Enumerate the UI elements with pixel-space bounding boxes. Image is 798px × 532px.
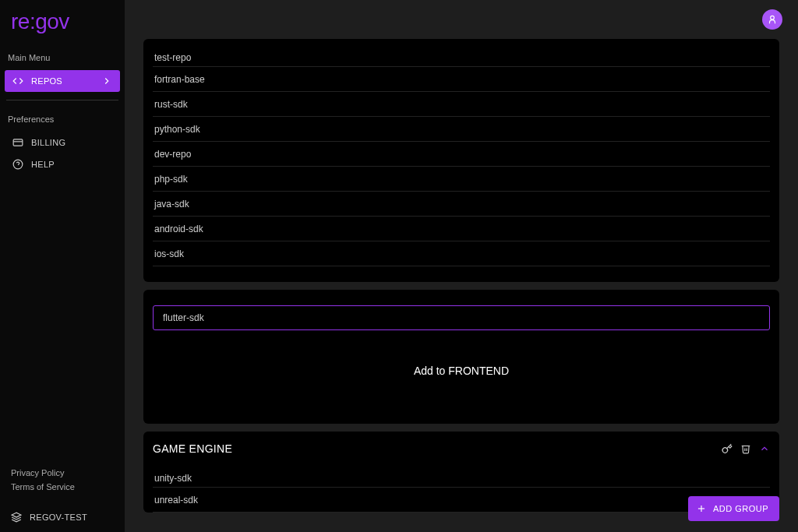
avatar[interactable] [762, 9, 782, 30]
preferences-label: Preferences [0, 104, 125, 132]
content: test-repofortran-baserust-sdkpython-sdkd… [125, 39, 798, 532]
group-title: GAME ENGINE [153, 442, 232, 455]
repo-row[interactable]: unity-sdk [153, 463, 770, 488]
svg-marker-4 [12, 513, 21, 517]
sidebar-item-help[interactable]: HELP [5, 153, 120, 175]
terms-link[interactable]: Terms of Service [11, 482, 114, 491]
layers-icon [11, 512, 22, 523]
repo-row[interactable]: test-repo [153, 42, 770, 67]
code-icon [12, 76, 23, 86]
svg-point-5 [771, 16, 775, 19]
sidebar-item-label: BILLING [31, 138, 65, 147]
help-icon [12, 159, 23, 170]
key-icon[interactable] [722, 443, 733, 454]
trash-icon[interactable] [740, 443, 751, 454]
group-actions [722, 443, 770, 454]
topbar [125, 0, 798, 39]
user-icon [767, 14, 778, 25]
plus-icon [696, 503, 707, 514]
add-group-label: ADD GROUP [713, 504, 768, 513]
sidebar-item-label: HELP [31, 160, 55, 169]
group-header: GAME ENGINE [143, 432, 779, 463]
add-to-label[interactable]: Add to FRONTEND [153, 365, 770, 377]
privacy-link[interactable]: Privacy Policy [11, 468, 114, 477]
add-repo-card: Add to FRONTEND [143, 290, 779, 424]
new-repo-input[interactable] [153, 305, 770, 330]
repo-row[interactable]: dev-repo [153, 142, 770, 167]
repo-row[interactable]: android-sdk [153, 217, 770, 241]
repo-group-card: test-repofortran-baserust-sdkpython-sdkd… [143, 39, 779, 282]
repo-row[interactable]: unreal-sdk [153, 488, 770, 513]
svg-rect-0 [13, 139, 23, 146]
logo: re:gov [0, 9, 125, 42]
repo-row[interactable]: java-sdk [153, 192, 770, 217]
divider [6, 100, 118, 100]
repo-group-card-2: GAME ENGINE unity-sdkunreal-sdk [143, 432, 779, 513]
main: test-repofortran-baserust-sdkpython-sdkd… [125, 0, 798, 532]
sidebar-footer: Privacy Policy Terms of Service [0, 468, 125, 506]
repo-row[interactable]: ios-sdk [153, 241, 770, 266]
org-selector[interactable]: REGOV-TEST [0, 506, 125, 523]
org-name: REGOV-TEST [30, 513, 87, 522]
chevron-right-icon [101, 76, 112, 86]
chevron-up-icon[interactable] [759, 443, 770, 454]
repo-row[interactable]: python-sdk [153, 117, 770, 142]
main-menu-label: Main Menu [0, 42, 125, 70]
add-group-button[interactable]: ADD GROUP [688, 496, 779, 521]
sidebar-item-repos[interactable]: REPOS [5, 70, 120, 92]
sidebar-item-label: REPOS [31, 76, 62, 86]
sidebar: re:gov Main Menu REPOS Preferences BILLI… [0, 0, 125, 532]
sidebar-item-billing[interactable]: BILLING [5, 132, 120, 153]
repo-row[interactable]: rust-sdk [153, 92, 770, 117]
credit-card-icon [12, 137, 23, 148]
repo-row[interactable]: fortran-base [153, 67, 770, 92]
repo-row[interactable]: php-sdk [153, 167, 770, 192]
